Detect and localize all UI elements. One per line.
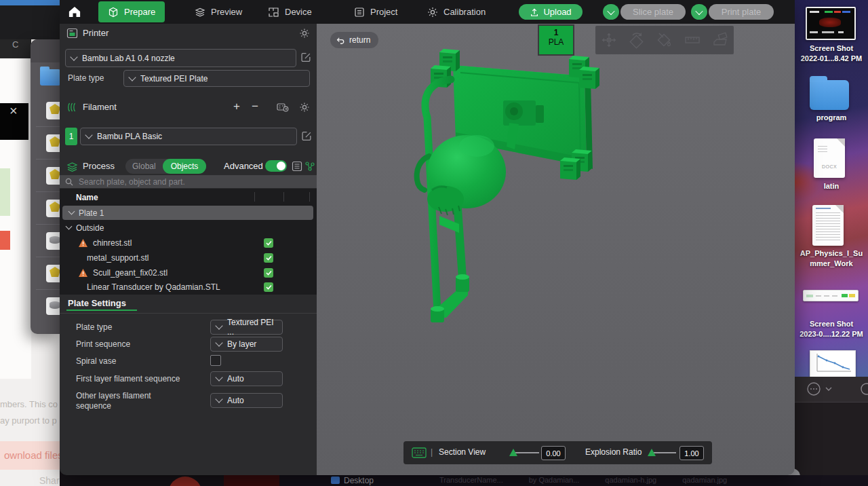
finder-file[interactable]: qadamian.jpg	[682, 476, 727, 484]
finder-file[interactable]: by Qadamian...	[529, 476, 580, 484]
return-button[interactable]: return	[330, 32, 378, 48]
plate-type-dropdown[interactable]: Textured PEI Plate	[123, 70, 310, 87]
visibility-checkbox[interactable]	[264, 282, 273, 292]
paint-tool-icon[interactable]	[655, 31, 674, 50]
printer-title: Printer	[83, 28, 108, 38]
upload-icon	[530, 7, 539, 17]
spiral-vase-checkbox[interactable]	[210, 355, 221, 366]
home-icon[interactable]	[68, 5, 81, 18]
divider	[36, 191, 60, 192]
move-tool-icon[interactable]	[599, 31, 618, 50]
chevron-down-icon	[85, 131, 92, 138]
visibility-checkbox[interactable]	[264, 253, 273, 263]
explosion-ratio-slider-handle[interactable]	[648, 449, 656, 456]
screenshot-2022-icon[interactable]	[806, 7, 856, 40]
upload-button[interactable]: Upload	[519, 4, 583, 20]
section-view-value[interactable]: 0.00	[541, 446, 566, 460]
ps-other-layers-dropdown[interactable]: Auto	[210, 393, 283, 408]
printer-settings-gear-icon[interactable]	[299, 28, 310, 39]
thumb-detail	[824, 295, 829, 297]
edit-printer-icon[interactable]	[301, 52, 311, 62]
rotate-tool-icon[interactable]	[627, 31, 646, 50]
screenshot-2023-label[interactable]: Screen Shot 2023-0....12.22 PM	[795, 319, 868, 339]
chevron-down-icon[interactable]	[66, 223, 73, 230]
parameter-list-icon[interactable]	[292, 161, 302, 172]
measure-tool-icon[interactable]	[683, 31, 702, 50]
search-input[interactable]	[77, 176, 304, 187]
explosion-ratio-value[interactable]: 1.00	[679, 446, 704, 460]
segment-objects[interactable]: Objects	[163, 159, 207, 174]
3d-model[interactable]	[412, 37, 601, 356]
ps-spiral-vase-label: Spiral vase	[76, 356, 116, 366]
ams-sync-icon[interactable]	[277, 102, 289, 113]
3d-viewport[interactable]: return 1 PLA	[317, 24, 795, 475]
finder-file[interactable]: TransducerName...	[439, 476, 503, 484]
finder-file[interactable]: qadamian-h.jpg	[605, 476, 656, 484]
screenshot-2023-icon[interactable]	[803, 290, 859, 301]
latin-docx-icon[interactable]: DOCX	[814, 138, 845, 178]
finder-sidebar-desktop[interactable]: Desktop	[331, 476, 374, 485]
print-plate-dropdown[interactable]	[691, 4, 707, 20]
tree-row-object[interactable]: Scull_geant_fix02.stl	[60, 265, 317, 280]
download-files-button[interactable]: ownload files	[0, 441, 61, 470]
tab-calibration[interactable]: Calibration	[418, 1, 495, 22]
printer-section-header: Printer	[60, 24, 317, 43]
tree-header-row: Name	[60, 190, 317, 204]
tab-project[interactable]: Project	[344, 1, 407, 22]
add-filament-button[interactable]: +	[233, 100, 240, 113]
segment-global[interactable]: Global	[125, 162, 163, 171]
print-plate-button[interactable]: Print plate	[709, 4, 774, 20]
chevron-down-icon[interactable]	[68, 208, 75, 215]
ap-physics-label[interactable]: AP_Physics_I_Su mmer_Work	[795, 248, 868, 269]
tree-row-object[interactable]: Linear Transducer by Qadamian.STL	[60, 280, 317, 294]
screenshot-2022-label[interactable]: Screen Shot 2022-01...8.42 PM	[795, 43, 868, 64]
process-section-header: Process Global Objects Advanced	[60, 157, 317, 176]
filament-settings-gear-icon[interactable]	[299, 102, 310, 113]
ps-first-layer-dropdown[interactable]: Auto	[210, 371, 283, 386]
tree-row-object[interactable]: metal_support.stl	[60, 250, 317, 265]
remove-filament-button[interactable]: −	[252, 100, 258, 113]
keyboard-shortcuts-icon[interactable]	[412, 447, 427, 458]
toolbar-icons	[795, 377, 868, 402]
tree-row-plate[interactable]: Plate 1	[62, 206, 313, 220]
background-close-overlay[interactable]: ×	[0, 103, 28, 140]
ps-plate-type-dropdown[interactable]: Textured PEI ...	[210, 320, 283, 335]
section-view-slider-handle[interactable]	[509, 449, 517, 456]
folder-icon[interactable]	[40, 69, 60, 86]
screen: C × mbers. This co ay purport to p ownlo…	[0, 0, 868, 486]
object-graph-icon[interactable]	[304, 161, 315, 172]
tree-row-object[interactable]: chinrest.stl	[60, 236, 317, 250]
advanced-toggle[interactable]	[265, 160, 287, 172]
close-icon[interactable]: ×	[9, 103, 18, 118]
filament-preset-dropdown[interactable]: Bambu PLA Basic	[80, 128, 297, 145]
viewport-statusbar: | Section View 0.00 Explosion Ratio 1.00	[403, 441, 712, 464]
chevron-down-icon	[215, 373, 222, 381]
chevron-down-icon	[128, 73, 136, 81]
ps-print-sequence-dropdown[interactable]: By layer	[210, 337, 283, 352]
visibility-checkbox[interactable]	[264, 238, 273, 248]
ps-print-sequence-label: Print sequence	[76, 339, 130, 349]
object-search-bar[interactable]	[60, 175, 317, 188]
edit-filament-icon[interactable]	[302, 131, 312, 141]
visibility-checkbox[interactable]	[264, 268, 273, 278]
tab-preview[interactable]: Preview	[185, 1, 252, 22]
arrange-tool-icon[interactable]	[711, 31, 730, 50]
finder-toolbar	[31, 39, 60, 62]
printer-icon	[66, 28, 78, 39]
chevron-down-icon	[607, 7, 614, 14]
settings-sidebar: Printer Bambu Lab A1 0.4 nozzle Plate ty…	[60, 24, 317, 475]
program-folder-icon[interactable]	[810, 80, 849, 110]
chart-document-icon[interactable]	[810, 350, 856, 377]
tab-prepare[interactable]: Prepare	[98, 1, 165, 22]
chevron-down-icon	[695, 7, 703, 14]
tree-row-group[interactable]: Outside	[60, 221, 317, 235]
printer-preset-dropdown[interactable]: Bambu Lab A1 0.4 nozzle	[65, 49, 296, 67]
ap-physics-doc-icon[interactable]	[812, 205, 844, 246]
latin-label[interactable]: latin	[795, 181, 868, 191]
tab-device[interactable]: Device	[258, 1, 321, 22]
plate-settings-title: Plate Settings	[68, 298, 126, 308]
slice-plate-button[interactable]: Slice plate	[620, 4, 686, 20]
program-folder-label[interactable]: program	[795, 113, 868, 123]
background-faded-text-1: mbers. This co	[0, 399, 58, 409]
slice-plate-dropdown[interactable]	[603, 4, 619, 20]
